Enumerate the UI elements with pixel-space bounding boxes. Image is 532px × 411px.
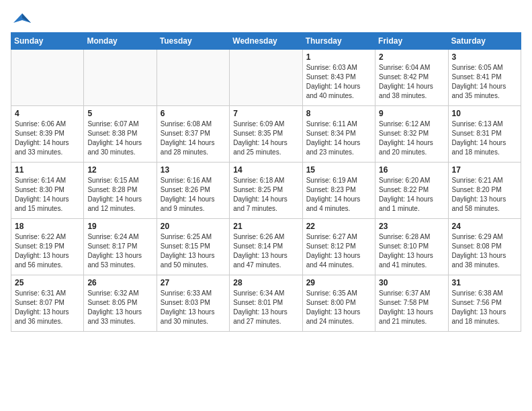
weekday-header-friday: Friday <box>375 33 448 50</box>
day-number: 7 <box>233 109 298 118</box>
calendar-week-5: 25Sunrise: 6:31 AMSunset: 8:07 PMDayligh… <box>11 275 521 332</box>
day-info: Sunrise: 6:31 AMSunset: 8:07 PMDaylight:… <box>15 289 80 326</box>
day-number: 21 <box>233 222 298 231</box>
day-number: 6 <box>161 109 226 118</box>
day-number: 29 <box>306 278 371 287</box>
logo <box>11 11 32 24</box>
calendar-cell <box>157 50 229 106</box>
calendar-cell: 9Sunrise: 6:12 AMSunset: 8:32 PMDaylight… <box>375 106 448 163</box>
day-info: Sunrise: 6:26 AMSunset: 8:14 PMDaylight:… <box>233 232 298 270</box>
weekday-header-sunday: Sunday <box>11 33 84 50</box>
calendar-week-2: 4Sunrise: 6:06 AMSunset: 8:39 PMDaylight… <box>11 106 521 163</box>
calendar-cell: 13Sunrise: 6:16 AMSunset: 8:26 PMDayligh… <box>157 163 229 219</box>
day-number: 8 <box>306 109 371 118</box>
day-number: 26 <box>87 278 152 287</box>
calendar-cell: 15Sunrise: 6:19 AMSunset: 8:23 PMDayligh… <box>302 163 375 219</box>
calendar-cell: 25Sunrise: 6:31 AMSunset: 8:07 PMDayligh… <box>11 275 84 332</box>
day-info: Sunrise: 6:37 AMSunset: 7:58 PMDaylight:… <box>379 289 444 326</box>
day-number: 11 <box>15 165 80 175</box>
day-info: Sunrise: 6:20 AMSunset: 8:22 PMDaylight:… <box>379 176 444 214</box>
day-number: 28 <box>233 278 298 287</box>
calendar-cell: 2Sunrise: 6:04 AMSunset: 8:42 PMDaylight… <box>375 50 448 106</box>
calendar-cell: 24Sunrise: 6:29 AMSunset: 8:08 PMDayligh… <box>448 219 521 275</box>
day-number: 23 <box>379 222 444 231</box>
day-info: Sunrise: 6:32 AMSunset: 8:05 PMDaylight:… <box>87 289 152 326</box>
day-info: Sunrise: 6:14 AMSunset: 8:30 PMDaylight:… <box>15 176 80 214</box>
day-number: 24 <box>452 222 517 231</box>
weekday-header-tuesday: Tuesday <box>157 33 229 50</box>
day-number: 22 <box>306 222 371 231</box>
calendar-cell: 20Sunrise: 6:25 AMSunset: 8:15 PMDayligh… <box>157 219 229 275</box>
calendar-cell: 23Sunrise: 6:28 AMSunset: 8:10 PMDayligh… <box>375 219 448 275</box>
day-info: Sunrise: 6:04 AMSunset: 8:42 PMDaylight:… <box>379 63 444 101</box>
weekday-header-saturday: Saturday <box>448 33 521 50</box>
calendar-cell: 3Sunrise: 6:05 AMSunset: 8:41 PMDaylight… <box>448 50 521 106</box>
calendar-cell: 6Sunrise: 6:08 AMSunset: 8:37 PMDaylight… <box>157 106 229 163</box>
day-info: Sunrise: 6:09 AMSunset: 8:35 PMDaylight:… <box>233 120 298 157</box>
day-info: Sunrise: 6:33 AMSunset: 8:03 PMDaylight:… <box>161 289 226 326</box>
page-header <box>11 11 521 24</box>
calendar-cell: 11Sunrise: 6:14 AMSunset: 8:30 PMDayligh… <box>11 163 84 219</box>
day-number: 4 <box>15 109 80 118</box>
day-number: 2 <box>379 52 444 62</box>
day-info: Sunrise: 6:29 AMSunset: 8:08 PMDaylight:… <box>452 232 517 270</box>
day-info: Sunrise: 6:25 AMSunset: 8:15 PMDaylight:… <box>161 232 226 270</box>
calendar-week-3: 11Sunrise: 6:14 AMSunset: 8:30 PMDayligh… <box>11 163 521 219</box>
calendar-cell: 27Sunrise: 6:33 AMSunset: 8:03 PMDayligh… <box>157 275 229 332</box>
day-info: Sunrise: 6:19 AMSunset: 8:23 PMDaylight:… <box>306 176 371 214</box>
day-number: 3 <box>452 52 517 62</box>
calendar-cell: 26Sunrise: 6:32 AMSunset: 8:05 PMDayligh… <box>84 275 157 332</box>
weekday-header-wednesday: Wednesday <box>230 33 302 50</box>
day-info: Sunrise: 6:21 AMSunset: 8:20 PMDaylight:… <box>452 176 517 214</box>
day-info: Sunrise: 6:07 AMSunset: 8:38 PMDaylight:… <box>87 120 152 157</box>
calendar-cell: 7Sunrise: 6:09 AMSunset: 8:35 PMDaylight… <box>230 106 302 163</box>
day-info: Sunrise: 6:12 AMSunset: 8:32 PMDaylight:… <box>379 120 444 157</box>
calendar-cell <box>84 50 157 106</box>
calendar-header-row: SundayMondayTuesdayWednesdayThursdayFrid… <box>11 33 521 50</box>
day-number: 9 <box>379 109 444 118</box>
day-number: 27 <box>161 278 226 287</box>
calendar-cell: 16Sunrise: 6:20 AMSunset: 8:22 PMDayligh… <box>375 163 448 219</box>
calendar-cell: 29Sunrise: 6:35 AMSunset: 8:00 PMDayligh… <box>302 275 375 332</box>
calendar-cell: 18Sunrise: 6:22 AMSunset: 8:19 PMDayligh… <box>11 219 84 275</box>
calendar-cell <box>230 50 302 106</box>
day-number: 30 <box>379 278 444 287</box>
day-info: Sunrise: 6:24 AMSunset: 8:17 PMDaylight:… <box>87 232 152 270</box>
calendar-cell: 31Sunrise: 6:38 AMSunset: 7:56 PMDayligh… <box>448 275 521 332</box>
day-number: 5 <box>87 109 152 118</box>
day-info: Sunrise: 6:11 AMSunset: 8:34 PMDaylight:… <box>306 120 371 157</box>
day-number: 19 <box>87 222 152 231</box>
day-number: 13 <box>161 165 226 175</box>
day-info: Sunrise: 6:34 AMSunset: 8:01 PMDaylight:… <box>233 289 298 326</box>
day-number: 17 <box>452 165 517 175</box>
day-info: Sunrise: 6:35 AMSunset: 8:00 PMDaylight:… <box>306 289 371 326</box>
day-info: Sunrise: 6:38 AMSunset: 7:56 PMDaylight:… <box>452 289 517 326</box>
day-info: Sunrise: 6:22 AMSunset: 8:19 PMDaylight:… <box>15 232 80 270</box>
day-number: 10 <box>452 109 517 118</box>
day-info: Sunrise: 6:03 AMSunset: 8:43 PMDaylight:… <box>306 63 371 101</box>
calendar-cell: 8Sunrise: 6:11 AMSunset: 8:34 PMDaylight… <box>302 106 375 163</box>
calendar-cell: 19Sunrise: 6:24 AMSunset: 8:17 PMDayligh… <box>84 219 157 275</box>
calendar-cell: 28Sunrise: 6:34 AMSunset: 8:01 PMDayligh… <box>230 275 302 332</box>
calendar-week-4: 18Sunrise: 6:22 AMSunset: 8:19 PMDayligh… <box>11 219 521 275</box>
calendar-table: SundayMondayTuesdayWednesdayThursdayFrid… <box>11 32 521 332</box>
day-number: 18 <box>15 222 80 231</box>
calendar-cell <box>11 50 84 106</box>
weekday-header-thursday: Thursday <box>302 33 375 50</box>
logo-bird-icon <box>12 11 32 27</box>
day-number: 14 <box>233 165 298 175</box>
day-number: 12 <box>87 165 152 175</box>
day-info: Sunrise: 6:18 AMSunset: 8:25 PMDaylight:… <box>233 176 298 214</box>
calendar-cell: 22Sunrise: 6:27 AMSunset: 8:12 PMDayligh… <box>302 219 375 275</box>
day-info: Sunrise: 6:16 AMSunset: 8:26 PMDaylight:… <box>161 176 226 214</box>
day-info: Sunrise: 6:08 AMSunset: 8:37 PMDaylight:… <box>161 120 226 157</box>
day-number: 31 <box>452 278 517 287</box>
calendar-week-1: 1Sunrise: 6:03 AMSunset: 8:43 PMDaylight… <box>11 50 521 106</box>
calendar-cell: 5Sunrise: 6:07 AMSunset: 8:38 PMDaylight… <box>84 106 157 163</box>
day-info: Sunrise: 6:05 AMSunset: 8:41 PMDaylight:… <box>452 63 517 101</box>
calendar-cell: 17Sunrise: 6:21 AMSunset: 8:20 PMDayligh… <box>448 163 521 219</box>
day-number: 20 <box>161 222 226 231</box>
calendar-cell: 30Sunrise: 6:37 AMSunset: 7:58 PMDayligh… <box>375 275 448 332</box>
calendar-cell: 14Sunrise: 6:18 AMSunset: 8:25 PMDayligh… <box>230 163 302 219</box>
calendar-cell: 4Sunrise: 6:06 AMSunset: 8:39 PMDaylight… <box>11 106 84 163</box>
